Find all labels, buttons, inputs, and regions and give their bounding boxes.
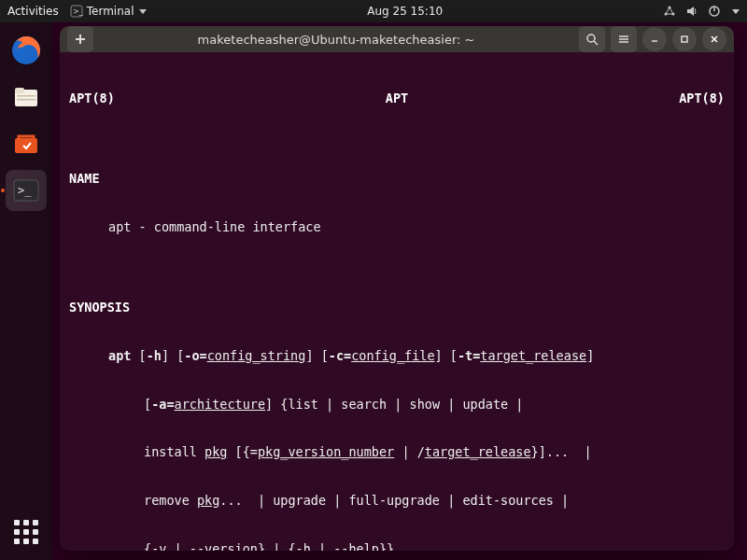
window-title: maketecheasher@Ubuntu-maketecheasier: ~ <box>99 33 573 47</box>
clock[interactable]: Aug 25 15:10 <box>367 5 443 18</box>
man-header: APT(8) APT APT(8) <box>69 91 725 106</box>
hamburger-icon <box>617 33 630 46</box>
system-status-area[interactable] <box>663 5 740 18</box>
close-button[interactable] <box>702 27 726 51</box>
man-header-left: APT(8) <box>69 91 115 106</box>
name-line: apt - command-line interface <box>69 219 725 235</box>
terminal-content[interactable]: APT(8) APT APT(8) NAME apt - command-lin… <box>60 52 734 551</box>
dock-software[interactable] <box>6 123 47 164</box>
files-icon <box>11 82 41 112</box>
app-menu[interactable]: >_ Terminal <box>70 5 148 18</box>
svg-text:>_: >_ <box>18 184 32 197</box>
network-icon <box>663 5 676 18</box>
synopsis-line-3: install pkg [{=pkg_version_number | /tar… <box>69 444 725 460</box>
synopsis-line-5: {-v | --version} | {-h | --help}} <box>69 541 725 551</box>
activities-button[interactable]: Activities <box>7 5 59 18</box>
minimize-icon <box>649 34 660 45</box>
firefox-icon <box>10 35 42 66</box>
svg-rect-9 <box>15 88 24 93</box>
volume-icon <box>685 5 698 18</box>
svg-point-15 <box>587 35 595 42</box>
search-icon <box>585 33 599 46</box>
synopsis-line-1: apt [-h] [-o=config_string] [-c=config_f… <box>69 348 725 364</box>
man-header-center: APT <box>386 91 408 106</box>
window-titlebar[interactable]: maketecheasher@Ubuntu-maketecheasier: ~ <box>60 26 734 52</box>
terminal-app-icon: >_ <box>11 175 41 205</box>
svg-rect-18 <box>682 36 687 42</box>
svg-line-16 <box>594 41 598 45</box>
svg-text:>_: >_ <box>73 7 83 16</box>
plus-icon <box>74 33 87 46</box>
chevron-down-icon <box>139 9 147 14</box>
section-synopsis: SYNOPSIS <box>69 300 725 315</box>
dock-firefox[interactable] <box>6 30 47 71</box>
hamburger-menu-button[interactable] <box>611 26 637 52</box>
maximize-button[interactable] <box>672 27 697 51</box>
section-name: NAME <box>69 171 725 187</box>
dock-terminal[interactable]: >_ <box>6 170 47 211</box>
terminal-icon: >_ <box>70 5 83 18</box>
synopsis-line-4: remove pkg... | upgrade | full-upgrade |… <box>69 493 725 509</box>
chevron-down-icon <box>732 9 740 14</box>
running-indicator <box>1 189 5 192</box>
close-icon <box>709 34 720 45</box>
synopsis-line-2: [-a=architecture] {list | search | show … <box>69 397 725 413</box>
svg-rect-12 <box>15 138 37 153</box>
datetime-label: Aug 25 15:10 <box>367 5 443 18</box>
dock-files[interactable] <box>6 77 47 118</box>
gnome-top-panel: Activities >_ Terminal Aug 25 15:10 <box>0 0 747 22</box>
svg-rect-10 <box>17 95 35 97</box>
terminal-window: maketecheasher@Ubuntu-maketecheasier: ~ … <box>60 26 734 551</box>
search-button[interactable] <box>579 26 605 52</box>
app-menu-label: Terminal <box>87 5 134 18</box>
svg-rect-11 <box>17 99 35 101</box>
show-applications-button[interactable] <box>6 511 47 553</box>
new-tab-button[interactable] <box>67 26 93 52</box>
man-header-right: APT(8) <box>679 91 725 106</box>
power-icon <box>708 5 721 18</box>
ubuntu-software-icon <box>11 129 41 159</box>
ubuntu-dock: >_ <box>0 22 52 560</box>
maximize-icon <box>679 34 690 45</box>
minimize-button[interactable] <box>642 27 667 51</box>
